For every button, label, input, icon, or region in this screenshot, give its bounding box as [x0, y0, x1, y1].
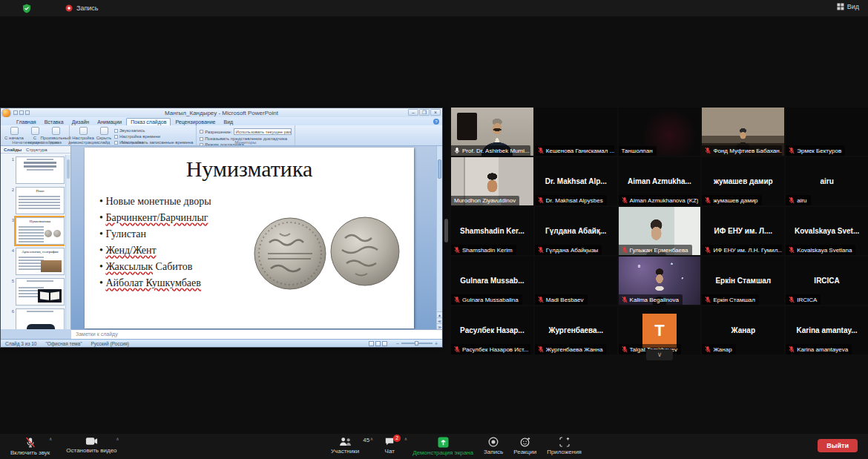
close-button[interactable]: × — [430, 109, 441, 116]
participant-tile[interactable]: Karina amantay...Karina amantayeva — [786, 306, 868, 354]
checkbox-icon[interactable] — [114, 135, 118, 139]
participant-tile[interactable]: Prof. Dr. Ashirbek Mumi... — [451, 108, 533, 156]
leave-meeting-button[interactable]: Выйти — [818, 439, 858, 452]
participant-tile[interactable]: ЖанарЖанар — [702, 306, 784, 354]
slide-thumbnail-4[interactable]: Археология, география — [16, 248, 65, 275]
slide-thumbnail-5[interactable] — [16, 278, 65, 306]
slide-sorter-icon[interactable] — [375, 341, 381, 346]
stop-video-button[interactable]: Остановить видео ∧ — [66, 434, 116, 459]
slide-bullet: Гулистан — [99, 226, 211, 242]
slide-thumbnail-2[interactable]: План — [16, 187, 65, 214]
redo-icon[interactable] — [25, 110, 30, 115]
ribbon-tab-4[interactable]: Анимации — [93, 119, 125, 125]
thumbnail-photo — [41, 260, 62, 272]
participant-tile[interactable]: Таншолпан — [619, 108, 701, 156]
video-options-chevron[interactable]: ∧ — [116, 436, 119, 441]
participant-tile[interactable]: Kalima Begalinova — [619, 257, 701, 305]
security-shield-icon[interactable] — [22, 4, 31, 13]
save-icon[interactable] — [13, 110, 18, 115]
participant-tile[interactable]: Gulnara Mussab...Gulnara Mussabalina — [451, 257, 533, 305]
more-participants-chevron-button[interactable]: ∨ — [646, 349, 673, 360]
slide-canvas[interactable]: Нумизматика Новые монетные дворыБарчинке… — [85, 148, 414, 328]
ribbon-tab-6[interactable]: Рецензирование — [171, 119, 219, 125]
ribbon-tab-3[interactable]: Дизайн — [68, 119, 93, 125]
thumbnail-text-line — [27, 311, 53, 312]
participant-tile[interactable]: Dr. Makhsat Alp...Dr. Makhsat Alpysbes — [535, 157, 617, 205]
scrollbar-thumb[interactable] — [438, 159, 441, 179]
ribbon-button[interactable]: С начала — [4, 127, 24, 140]
slide-thumbnail-3[interactable]: Нумизматика — [16, 217, 65, 245]
participant-tile[interactable]: Madi Besbaev — [535, 257, 617, 305]
checkbox-icon[interactable] — [200, 130, 203, 133]
participant-tile[interactable]: airuairu — [786, 157, 868, 205]
resolution-dropdown[interactable]: Использовать текущее разр...▾ — [234, 128, 292, 135]
participant-tile[interactable]: Жургенбаева...Жургенбаева Жанна — [535, 306, 617, 354]
window-controls: – ❐ × — [408, 109, 441, 116]
ribbon-tab-5[interactable]: Показ слайдов — [126, 118, 171, 125]
share-screen-button[interactable]: Демонстрация экрана — [412, 434, 473, 459]
normal-view-icon[interactable] — [369, 341, 374, 346]
participants-button[interactable]: Участники 45 ∧ — [331, 434, 366, 459]
apps-button[interactable]: Приложения — [547, 434, 582, 459]
participant-tile[interactable]: Гульжан Ерменбаева — [619, 207, 701, 255]
ribbon-check-item[interactable]: Настройка времени — [114, 134, 193, 139]
participant-tile[interactable]: TTalgat Temirbayev — [619, 306, 701, 354]
unmute-button[interactable]: Включить звук ∧ — [10, 434, 50, 459]
office-button[interactable] — [2, 109, 10, 117]
participant-tile[interactable]: Расулбек Назар...Расулбек Назаров Ист... — [451, 306, 533, 354]
participant-tile[interactable]: IRCICAIRCICA — [786, 257, 868, 305]
view-mode-buttons[interactable] — [369, 341, 387, 346]
scroll-up-icon[interactable]: ▲ — [437, 311, 442, 317]
participant-tile[interactable]: Эрмек Бектуров — [786, 108, 868, 156]
tab-outline[interactable]: Структура — [26, 148, 47, 152]
strip-scrollbar-thumb[interactable] — [444, 219, 448, 242]
participant-tile[interactable]: Гүлдана Абайқ...Гүлдана Абайқызы — [535, 207, 617, 255]
chat-button[interactable]: Чат 2 ∧ — [377, 434, 402, 459]
next-slide-button[interactable]: ≫ — [437, 323, 442, 329]
ribbon-check-item[interactable]: Звукозапись — [114, 128, 193, 133]
participants-chevron[interactable]: ∧ — [370, 436, 373, 441]
zoom-slider[interactable]: −+ — [396, 341, 438, 346]
ribbon-tab-7[interactable]: Вид — [220, 119, 237, 125]
participant-tile[interactable]: Кешенова Ганискамал ... — [535, 108, 617, 156]
view-button[interactable]: Вид — [837, 3, 859, 10]
reactions-button[interactable]: Реакции — [513, 434, 536, 459]
slide-thumbnail-6[interactable] — [16, 308, 65, 329]
ribbon-tab-2[interactable]: Вставка — [41, 119, 68, 125]
ribbon-group-2: Настройка демонстрацииСкрыть слайдЗвукоз… — [70, 125, 197, 145]
ribbon-check-item[interactable]: Разрешение:Использовать текущее разр...▾ — [200, 128, 291, 135]
participant-tile[interactable]: Kovalskaya Svet...Kovalskaya Svetlana — [786, 207, 868, 255]
audio-options-chevron[interactable]: ∧ — [49, 436, 52, 441]
slideshow-view-icon[interactable] — [382, 341, 387, 346]
help-icon[interactable]: ? — [433, 119, 439, 125]
minimize-button[interactable]: – — [408, 109, 418, 116]
zoom-slider-knob[interactable] — [415, 341, 418, 346]
recording-indicator[interactable]: Запись — [65, 4, 99, 12]
participant-tile[interactable]: Shamshadin Ker...Shamshadin Kerim — [451, 207, 533, 255]
participant-tile[interactable]: Murodhon Ziyavutdinov — [451, 157, 533, 205]
undo-icon[interactable] — [19, 110, 24, 115]
previous-slide-button[interactable]: ≪ — [437, 317, 442, 323]
thumbnail-scrollbar[interactable] — [65, 155, 70, 329]
scrollbar-thumb[interactable] — [67, 159, 70, 179]
slide-counter: Слайд 3 из 10 — [5, 341, 36, 346]
zoom-slider-track[interactable] — [401, 343, 433, 344]
participant-tile[interactable]: жумашев дамиржумашев дамир — [702, 157, 784, 205]
chat-chevron[interactable]: ∧ — [404, 436, 407, 441]
participant-tile[interactable]: Фонд Муфтиев Бабахан... — [702, 108, 784, 156]
record-button[interactable]: Запись — [484, 434, 503, 459]
participant-label-text: Гүлдана Абайқызы — [546, 247, 599, 254]
quick-access-toolbar[interactable] — [13, 110, 30, 115]
participant-tile[interactable]: ИФ ЕНУ им. Л....ИФ ЕНУ им. Л.Н. Гумил... — [702, 207, 784, 255]
language-indicator[interactable]: Русский (Россия) — [91, 341, 129, 346]
tab-slides[interactable]: Слайды — [4, 148, 22, 152]
slide-scrollbar[interactable]: ▲ ≪ ≫ — [436, 146, 442, 329]
ribbon-tab-1[interactable]: Главная — [13, 119, 40, 125]
participant-tile[interactable]: Aiman Azmukha...Aiman Azmukhanova (KZ) — [619, 157, 701, 205]
ribbon-button-icon — [52, 127, 60, 135]
participant-tile[interactable]: Еркін СтамшалЕркін Стамшал — [702, 257, 784, 305]
maximize-button[interactable]: ❐ — [419, 109, 430, 116]
checkbox-icon[interactable] — [114, 129, 118, 133]
notes-pane[interactable]: Заметки к слайду — [71, 329, 442, 339]
slide-thumbnail-1[interactable] — [16, 156, 65, 184]
